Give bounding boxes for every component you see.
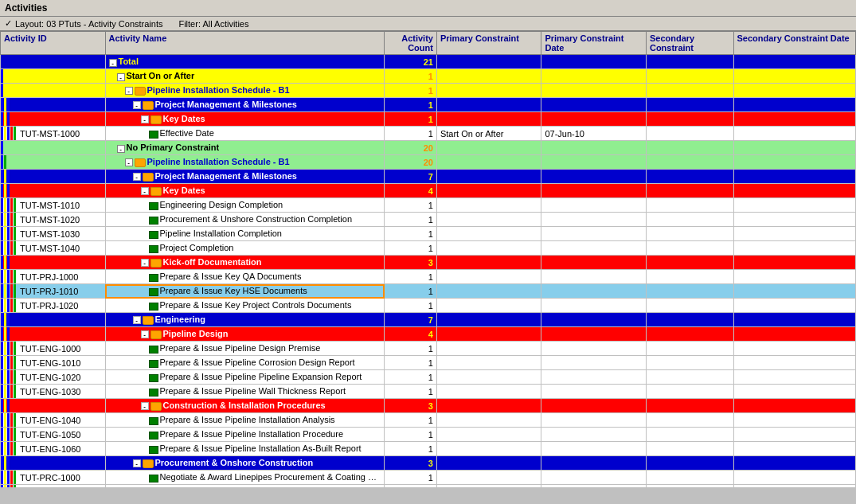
folder-icon bbox=[135, 87, 146, 96]
expand-icon[interactable]: - bbox=[109, 59, 117, 67]
cell-primary-constraint-date bbox=[541, 385, 647, 399]
col-header-activity-name[interactable]: Activity Name bbox=[105, 32, 385, 55]
expand-icon[interactable]: - bbox=[141, 259, 149, 267]
layout-label: Layout: 03 PTuts - Activity Constraints bbox=[15, 19, 162, 29]
cell-activity-id: TUT-PRJ-1020 bbox=[1, 299, 106, 313]
table-row[interactable]: TUT-PRJ-1000Prepare & Issue Key QA Docum… bbox=[1, 270, 856, 284]
cell-primary-constraint-date bbox=[541, 98, 647, 112]
expand-icon[interactable]: - bbox=[141, 187, 149, 195]
indent-stripe bbox=[1, 428, 3, 441]
cell-secondary-constraint-date bbox=[733, 413, 855, 428]
table-row[interactable]: TUT-MST-1030Pipeline Installation Comple… bbox=[1, 227, 856, 241]
cell-secondary-constraint bbox=[646, 55, 733, 69]
cell-secondary-constraint bbox=[646, 385, 733, 399]
table-row[interactable]: TUT-ENG-1030Prepare & Issue Pipeline Wal… bbox=[1, 385, 856, 399]
indent-stripe bbox=[1, 112, 3, 126]
cell-primary-constraint-date bbox=[541, 84, 647, 98]
indent-stripe bbox=[14, 442, 16, 455]
cell-secondary-constraint-date bbox=[733, 270, 855, 284]
table-row[interactable]: TUT-ENG-1060Prepare & Issue Pipeline Ins… bbox=[1, 442, 856, 456]
cell-secondary-constraint-date bbox=[733, 284, 855, 299]
indent-stripe bbox=[10, 198, 13, 212]
activity-icon bbox=[149, 360, 158, 368]
table-row[interactable]: TUT-MST-1010Engineering Design Completio… bbox=[1, 198, 856, 213]
indent-stripe bbox=[7, 385, 10, 398]
cell-secondary-constraint-date bbox=[733, 141, 855, 155]
table-row[interactable]: TUT-MST-1020Procurement & Unshore Constr… bbox=[1, 213, 856, 227]
expand-icon[interactable]: - bbox=[117, 145, 125, 153]
expand-icon[interactable]: - bbox=[117, 73, 125, 81]
table-row[interactable]: TUT-ENG-1050Prepare & Issue Pipeline Ins… bbox=[1, 428, 856, 442]
cell-primary-constraint bbox=[436, 184, 541, 198]
indent-stripe bbox=[4, 370, 6, 384]
indent-stripe bbox=[1, 399, 3, 412]
cell-secondary-constraint bbox=[646, 370, 733, 385]
indent-stripe bbox=[10, 112, 13, 126]
cell-primary-constraint-date bbox=[541, 112, 647, 127]
cell-secondary-constraint bbox=[646, 241, 733, 256]
table-row[interactable]: TUT-ENG-1000Prepare & Issue Pipeline Des… bbox=[1, 342, 856, 356]
indent-stripe bbox=[10, 256, 13, 269]
cell-primary-constraint-date bbox=[541, 413, 647, 428]
cell-secondary-constraint-date bbox=[733, 456, 855, 471]
indent-stripe bbox=[7, 184, 10, 197]
indent-stripe bbox=[1, 356, 3, 369]
expand-icon[interactable]: - bbox=[133, 173, 141, 181]
cell-activity-name: Project Completion bbox=[105, 241, 385, 256]
col-header-primary-date[interactable]: Primary Constraint Date bbox=[541, 32, 647, 55]
cell-primary-constraint bbox=[436, 485, 541, 488]
cell-activity-name: -Start On or After bbox=[105, 69, 385, 84]
table-row[interactable]: TUT-PRC-1000Negotiate & Award Linepipes … bbox=[1, 471, 856, 485]
cell-secondary-constraint bbox=[646, 327, 733, 342]
indent-stripe bbox=[1, 342, 3, 355]
col-header-activity-id[interactable]: Activity ID bbox=[1, 32, 106, 55]
expand-icon[interactable]: - bbox=[125, 87, 133, 95]
cell-activity-count: 1 bbox=[385, 198, 437, 213]
table-row[interactable]: TUT-ENG-1010Prepare & Issue Pipeline Cor… bbox=[1, 356, 856, 370]
table-row[interactable]: TUT-PRJ-1020Prepare & Issue Key Project … bbox=[1, 299, 856, 313]
table-container[interactable]: Activity ID Activity Name Activity Count… bbox=[0, 31, 856, 487]
indent-stripe bbox=[10, 127, 13, 140]
indent-stripe bbox=[4, 256, 6, 269]
col-header-primary-constraint[interactable]: Primary Constraint bbox=[436, 32, 541, 55]
activity-icon bbox=[149, 475, 158, 483]
table-row[interactable]: TUT-PRJ-1010Prepare & Issue Key HSE Docu… bbox=[1, 284, 856, 299]
folder-icon bbox=[150, 330, 162, 339]
indent-stripe bbox=[4, 184, 6, 197]
expand-icon[interactable]: - bbox=[125, 158, 133, 166]
expand-icon[interactable]: - bbox=[141, 402, 149, 410]
expand-icon[interactable]: - bbox=[133, 101, 141, 109]
col-header-secondary-date[interactable]: Secondary Constraint Date bbox=[733, 32, 855, 55]
cell-activity-count: 4 bbox=[385, 327, 437, 342]
cell-activity-id bbox=[1, 456, 106, 471]
cell-activity-id bbox=[1, 256, 106, 270]
cell-primary-constraint-date bbox=[541, 456, 647, 471]
expand-icon[interactable]: - bbox=[133, 459, 141, 467]
expand-icon[interactable]: - bbox=[141, 115, 149, 123]
indent-stripe bbox=[1, 84, 3, 97]
cell-activity-id bbox=[1, 313, 106, 327]
activities-table: Activity ID Activity Name Activity Count… bbox=[0, 31, 856, 487]
col-header-secondary-constraint[interactable]: Secondary Constraint bbox=[646, 32, 733, 55]
cell-primary-constraint bbox=[436, 141, 541, 155]
cell-secondary-constraint bbox=[646, 227, 733, 241]
expand-icon[interactable]: - bbox=[141, 330, 149, 338]
table-row[interactable]: TUT-MST-1000Effective Date1Start On or A… bbox=[1, 127, 856, 141]
cell-secondary-constraint-date bbox=[733, 84, 855, 98]
col-header-activity-count[interactable]: Activity Count bbox=[385, 32, 437, 55]
table-row[interactable]: TUT-ENG-1040Prepare & Issue Pipeline Ins… bbox=[1, 413, 856, 428]
cell-activity-id bbox=[1, 399, 106, 413]
cell-activity-count: 1 bbox=[385, 227, 437, 241]
indent-stripe bbox=[4, 270, 6, 283]
expand-icon[interactable]: - bbox=[133, 316, 141, 324]
cell-activity-name: Prepare & Issue Key HSE Documents bbox=[105, 284, 385, 299]
indent-stripe bbox=[4, 456, 6, 470]
table-row[interactable]: TUT-MST-1040Project Completion1 bbox=[1, 241, 856, 256]
table-row[interactable]: TUT-ENG-1020Prepare & Issue Pipeline Pip… bbox=[1, 370, 856, 385]
cell-primary-constraint bbox=[436, 241, 541, 256]
layout-item[interactable]: ✓ Layout: 03 PTuts - Activity Constraint… bbox=[5, 18, 162, 29]
indent-stripe bbox=[4, 284, 6, 298]
cell-primary-constraint bbox=[436, 456, 541, 471]
folder-icon bbox=[135, 158, 146, 167]
cell-activity-count: 7 bbox=[385, 313, 437, 327]
